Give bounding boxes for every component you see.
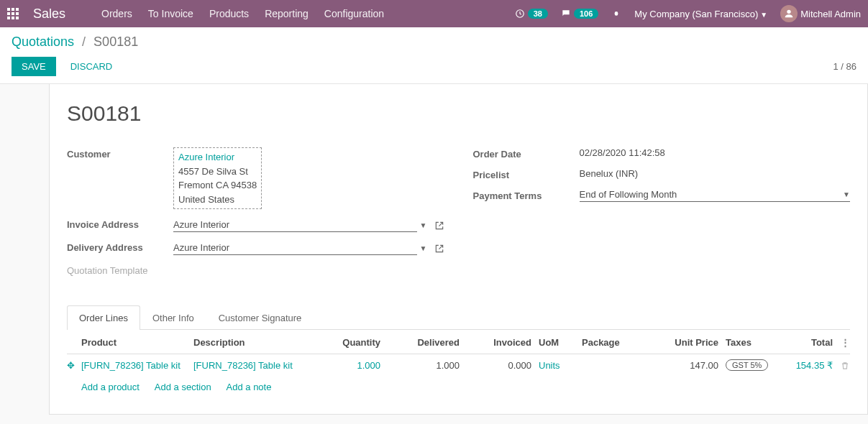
table-header: Product Description Quantity Delivered I… xyxy=(67,330,850,354)
add-line-links: Add a product Add a section Add a note xyxy=(67,376,850,392)
field-quotation-template: Quotation Template xyxy=(67,264,444,276)
chat-icon xyxy=(561,9,571,19)
chevron-down-icon[interactable]: ▼ xyxy=(420,244,427,252)
navbar: Sales Orders To Invoice Products Reporti… xyxy=(0,0,868,27)
cell-quantity[interactable]: 1.000 xyxy=(323,360,380,371)
value-pricelist[interactable]: Benelux (INR) xyxy=(580,168,851,179)
label-invoice-address: Invoice Address xyxy=(67,218,173,230)
cell-delivered[interactable]: 1.000 xyxy=(380,360,460,371)
field-payment-terms: Payment Terms End of Following Month ▼ xyxy=(473,189,851,202)
user-name: Mitchell Admin xyxy=(800,9,861,19)
nav-configuration[interactable]: Configuration xyxy=(324,8,384,19)
label-delivery-address: Delivery Address xyxy=(67,241,173,253)
form-container: S00181 Customer Azure Interior 4557 De S… xyxy=(0,84,868,415)
field-pricelist: Pricelist Benelux (INR) xyxy=(473,168,851,180)
chat-button[interactable]: 106 xyxy=(561,9,598,19)
form-left-column: Customer Azure Interior 4557 De Silva St… xyxy=(67,147,444,285)
external-link-icon[interactable] xyxy=(434,219,444,231)
save-button[interactable]: SAVE xyxy=(12,57,56,76)
header-taxes: Taxes xyxy=(718,337,776,348)
field-invoice-address: Invoice Address ▼ xyxy=(67,218,444,232)
header-invoiced: Invoiced xyxy=(460,337,531,348)
timer-badge: 38 xyxy=(528,9,548,19)
customer-name[interactable]: Azure Interior xyxy=(178,150,257,165)
app-brand[interactable]: Sales xyxy=(33,6,65,22)
apps-icon[interactable] xyxy=(7,8,19,19)
header-package: Package xyxy=(575,337,647,348)
nav-to-invoice[interactable]: To Invoice xyxy=(148,8,193,19)
header-unit-price: Unit Price xyxy=(647,337,718,348)
chevron-down-icon[interactable]: ▼ xyxy=(420,221,427,229)
discard-button[interactable]: DISCARD xyxy=(70,61,113,72)
company-name: My Company (San Francisco) xyxy=(634,9,758,19)
add-product-link[interactable]: Add a product xyxy=(81,382,140,392)
cell-invoiced[interactable]: 0.000 xyxy=(460,360,531,371)
field-customer: Customer Azure Interior 4557 De Silva St… xyxy=(67,147,444,209)
value-customer[interactable]: Azure Interior 4557 De Silva St Fremont … xyxy=(173,147,444,209)
trash-icon[interactable] xyxy=(833,359,850,371)
chat-badge: 106 xyxy=(574,9,598,19)
columns-menu-icon[interactable]: ⋮ xyxy=(833,337,850,348)
tabs: Order Lines Other Info Customer Signatur… xyxy=(67,305,850,330)
tax-badge: GST 5% xyxy=(726,359,768,371)
control-buttons: SAVE DISCARD 1 / 86 xyxy=(12,57,856,83)
customer-card: Azure Interior 4557 De Silva St Fremont … xyxy=(173,147,262,209)
company-switcher[interactable]: My Company (San Francisco)▼ xyxy=(634,9,767,19)
control-panel: Quotations / S00181 SAVE DISCARD 1 / 86 xyxy=(0,27,868,84)
payment-terms-text: End of Following Month xyxy=(580,189,841,200)
cell-unit-price[interactable]: 147.00 xyxy=(647,360,718,371)
header-delivered: Delivered xyxy=(380,337,460,348)
value-invoice-address: ▼ xyxy=(173,218,444,232)
breadcrumb-separator: / xyxy=(82,34,86,49)
breadcrumb-current: S00181 xyxy=(93,34,138,49)
timer-button[interactable]: 38 xyxy=(515,9,548,19)
pager[interactable]: 1 / 86 xyxy=(833,61,856,72)
navbar-right: 38 106 My Company (San Francisco)▼ Mitch… xyxy=(515,5,861,22)
nav-reporting[interactable]: Reporting xyxy=(265,8,309,19)
invoice-address-input[interactable] xyxy=(173,218,417,232)
field-delivery-address: Delivery Address ▼ xyxy=(67,241,444,255)
cell-description[interactable]: [FURN_78236] Table kit xyxy=(193,360,323,371)
tab-order-lines[interactable]: Order Lines xyxy=(67,305,140,330)
avatar xyxy=(780,5,798,22)
table-row[interactable]: ✥ [FURN_78236] Table kit [FURN_78236] Ta… xyxy=(67,354,850,376)
breadcrumb: Quotations / S00181 xyxy=(12,34,856,50)
cell-product[interactable]: [FURN_78236] Table kit xyxy=(81,360,193,371)
navbar-left: Sales Orders To Invoice Products Reporti… xyxy=(7,6,384,22)
label-order-date: Order Date xyxy=(473,147,580,160)
nav-products[interactable]: Products xyxy=(209,8,249,19)
header-uom: UoM xyxy=(531,337,575,348)
clock-icon xyxy=(515,9,525,19)
page-title: S00181 xyxy=(67,101,850,126)
nav-orders[interactable]: Orders xyxy=(101,8,132,19)
cell-total[interactable]: 154.35 ₹ xyxy=(776,360,833,371)
header-total: Total xyxy=(776,337,833,348)
header-product: Product xyxy=(81,337,193,348)
value-payment-terms[interactable]: End of Following Month ▼ xyxy=(580,189,851,202)
add-section-link[interactable]: Add a section xyxy=(155,382,211,392)
breadcrumb-root[interactable]: Quotations xyxy=(12,34,74,49)
user-menu[interactable]: Mitchell Admin xyxy=(780,5,861,22)
chevron-down-icon: ▼ xyxy=(843,190,850,198)
svg-point-1 xyxy=(787,10,791,14)
tab-other-info[interactable]: Other Info xyxy=(140,305,206,330)
label-quotation-template: Quotation Template xyxy=(67,264,173,276)
nav-menu: Orders To Invoice Products Reporting Con… xyxy=(101,8,384,19)
cell-uom[interactable]: Units xyxy=(531,360,575,371)
cell-taxes[interactable]: GST 5% xyxy=(718,359,776,371)
header-description: Description xyxy=(193,337,323,348)
label-customer: Customer xyxy=(67,147,173,160)
debug-icon[interactable] xyxy=(611,8,621,19)
drag-handle-icon[interactable]: ✥ xyxy=(67,360,81,371)
form-right-column: Order Date 02/28/2020 11:42:58 Pricelist… xyxy=(473,147,851,285)
tab-customer-signature[interactable]: Customer Signature xyxy=(206,305,314,330)
external-link-icon[interactable] xyxy=(434,242,444,254)
customer-country: United States xyxy=(178,193,257,207)
value-order-date[interactable]: 02/28/2020 11:42:58 xyxy=(580,147,851,158)
header-quantity: Quantity xyxy=(323,337,380,348)
customer-street: 4557 De Silva St xyxy=(178,165,257,179)
add-note-link[interactable]: Add a note xyxy=(227,382,272,392)
customer-city: Fremont CA 94538 xyxy=(178,178,257,193)
delivery-address-input[interactable] xyxy=(173,241,417,255)
form-sheet: S00181 Customer Azure Interior 4557 De S… xyxy=(49,84,868,415)
